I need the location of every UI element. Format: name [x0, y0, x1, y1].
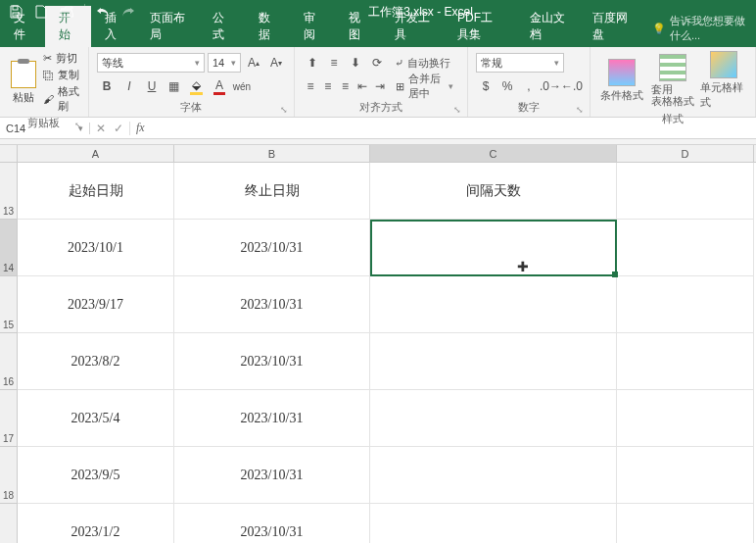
font-color-button[interactable]: A — [210, 76, 229, 96]
cell[interactable]: 2023/9/5 — [18, 447, 174, 504]
col-header-b[interactable]: B — [174, 145, 370, 162]
wrap-text-button[interactable]: ⤶自动换行 — [389, 53, 456, 73]
row-header[interactable]: 13 — [0, 163, 18, 220]
spreadsheet-grid[interactable]: A B C D 13 14 15 16 17 18 起始日期 终止日期 间隔天数… — [0, 145, 756, 543]
cell[interactable]: 2023/10/31 — [174, 276, 370, 333]
tab-layout[interactable]: 页面布局 — [136, 6, 200, 47]
dialog-launcher-icon[interactable]: ⤡ — [74, 121, 82, 130]
percent-button[interactable]: % — [497, 76, 517, 96]
cell[interactable]: 2023/5/4 — [18, 390, 174, 447]
redo-icon[interactable] — [120, 4, 136, 20]
cell-styles-button[interactable]: 单元格样式 — [700, 51, 747, 110]
row-header[interactable]: 16 — [0, 333, 18, 390]
open-icon[interactable] — [59, 4, 74, 20]
cell[interactable] — [370, 333, 617, 390]
cell[interactable] — [617, 447, 754, 504]
group-number: 常规▾ $ % , .0→ ←.0 数字⤡ — [468, 47, 591, 117]
merge-icon: ⊞ — [396, 80, 404, 93]
underline-button[interactable]: U — [142, 76, 162, 96]
cell[interactable] — [617, 504, 754, 543]
cell[interactable] — [370, 220, 617, 276]
align-center-button[interactable]: ≡ — [320, 76, 336, 96]
increase-font-button[interactable]: A▴ — [244, 53, 263, 73]
fill-color-button[interactable]: ⬙ — [187, 76, 207, 96]
decrease-font-button[interactable]: A▾ — [266, 53, 286, 73]
row-header[interactable]: 14 — [0, 220, 18, 276]
format-painter-button[interactable]: 🖌格式刷 — [43, 84, 80, 114]
increase-decimal-button[interactable]: .0→ — [541, 76, 560, 96]
cell[interactable]: 2023/1/2 — [18, 504, 174, 543]
align-left-button[interactable]: ≡ — [303, 76, 318, 96]
col-header-a[interactable]: A — [18, 145, 174, 162]
accounting-button[interactable]: $ — [476, 76, 496, 96]
decrease-indent-button[interactable]: ⇤ — [354, 76, 370, 96]
cell[interactable]: 2023/10/1 — [18, 220, 174, 276]
undo-icon[interactable] — [95, 4, 111, 20]
cancel-icon[interactable]: ✕ — [96, 122, 106, 135]
tab-developer[interactable]: 开发工具 — [381, 6, 445, 47]
align-bottom-button[interactable]: ⬇ — [346, 53, 365, 73]
font-size-dropdown[interactable]: 14▾ — [208, 53, 241, 73]
orientation-button[interactable]: ⟳ — [367, 53, 387, 73]
cell[interactable]: 2023/9/17 — [18, 276, 174, 333]
comma-button[interactable]: , — [519, 76, 539, 96]
bold-button[interactable]: B — [97, 76, 117, 96]
border-button[interactable]: ▦ — [165, 76, 184, 96]
cell[interactable] — [617, 220, 754, 276]
tab-view[interactable]: 视图 — [335, 6, 380, 47]
tab-data[interactable]: 数据 — [245, 6, 290, 47]
format-as-table-button[interactable]: 套用 表格格式 — [649, 54, 696, 107]
col-header-c[interactable]: C — [370, 145, 617, 162]
conditional-format-button[interactable]: 条件格式 — [598, 59, 645, 103]
select-all-corner[interactable] — [0, 145, 18, 162]
tell-me-search[interactable]: 💡 告诉我您想要做什么... — [642, 10, 756, 47]
row-header[interactable]: 15 — [0, 276, 18, 333]
cell[interactable]: 2023/10/31 — [174, 390, 370, 447]
cell[interactable] — [370, 276, 617, 333]
cell[interactable]: 2023/10/31 — [174, 220, 370, 276]
save-icon[interactable] — [8, 4, 24, 20]
cell[interactable]: 起始日期 — [18, 163, 174, 220]
row-header[interactable]: 17 — [0, 390, 18, 447]
font-name-dropdown[interactable]: 等线▾ — [97, 53, 205, 73]
col-header-d[interactable]: D — [617, 145, 754, 162]
cell[interactable]: 2023/10/31 — [174, 504, 370, 543]
tab-baidu[interactable]: 百度网盘 — [579, 6, 642, 47]
dialog-launcher-icon[interactable]: ⤡ — [576, 105, 584, 115]
cell[interactable] — [617, 390, 754, 447]
align-middle-button[interactable]: ≡ — [324, 53, 344, 73]
tab-pdf[interactable]: PDF工具集 — [444, 6, 516, 47]
cell[interactable]: 2023/8/2 — [18, 333, 174, 390]
number-format-dropdown[interactable]: 常规▾ — [476, 53, 564, 73]
new-icon[interactable] — [33, 4, 49, 20]
cell[interactable]: 2023/10/31 — [174, 333, 370, 390]
cell[interactable] — [370, 447, 617, 504]
phonetic-button[interactable]: wén — [232, 76, 252, 96]
dialog-launcher-icon[interactable]: ⤡ — [280, 105, 288, 115]
cut-button[interactable]: ✂剪切 — [43, 51, 80, 66]
italic-button[interactable]: I — [119, 76, 139, 96]
increase-indent-button[interactable]: ⇥ — [372, 76, 388, 96]
dialog-launcher-icon[interactable]: ⤡ — [453, 105, 461, 115]
row-header[interactable] — [0, 504, 18, 543]
cell[interactable] — [370, 504, 617, 543]
decrease-decimal-button[interactable]: ←.0 — [562, 76, 582, 96]
row-header[interactable]: 18 — [0, 447, 18, 504]
tab-formulas[interactable]: 公式 — [199, 6, 244, 47]
align-right-button[interactable]: ≡ — [338, 76, 354, 96]
cell[interactable] — [617, 276, 754, 333]
cell[interactable]: 间隔天数 — [370, 163, 617, 220]
cell[interactable]: 2023/10/31 — [174, 447, 370, 504]
cell[interactable] — [370, 390, 617, 447]
fx-icon[interactable]: fx — [130, 121, 151, 135]
enter-icon[interactable]: ✓ — [114, 122, 123, 135]
tab-review[interactable]: 审阅 — [290, 6, 335, 47]
merge-center-button[interactable]: ⊞合并后居中▾ — [390, 76, 459, 96]
align-top-button[interactable]: ⬆ — [303, 53, 322, 73]
paste-button[interactable]: 粘贴 — [8, 61, 39, 105]
tab-kingsoft[interactable]: 金山文档 — [516, 6, 580, 47]
cell[interactable] — [617, 333, 754, 390]
cell[interactable]: 终止日期 — [174, 163, 370, 220]
copy-button[interactable]: ⿻复制 — [43, 68, 80, 82]
cell[interactable] — [617, 163, 754, 220]
